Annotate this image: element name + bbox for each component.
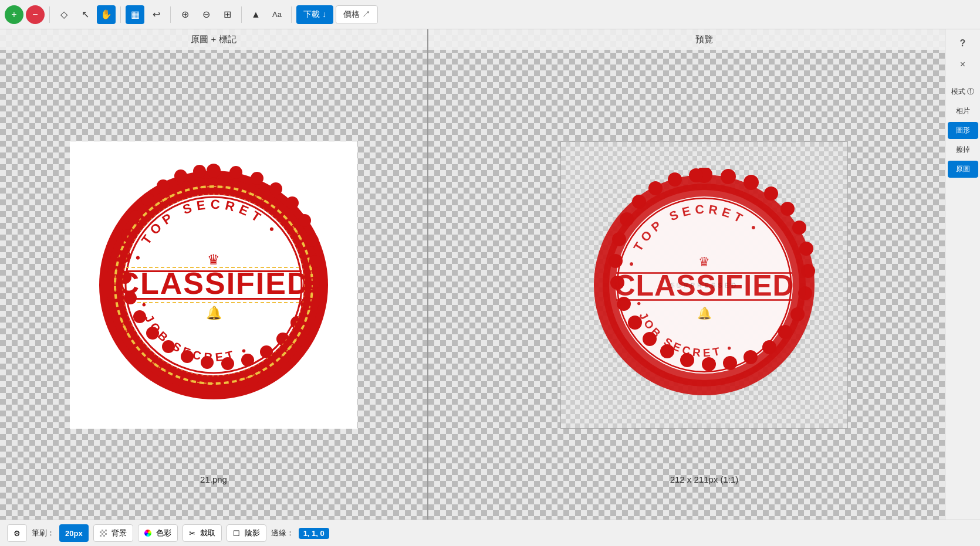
svg-point-75 bbox=[668, 172, 682, 186]
fit-button[interactable]: ⊞ bbox=[218, 5, 236, 24]
svg-point-20 bbox=[286, 196, 299, 209]
svg-point-40 bbox=[130, 210, 143, 223]
svg-point-42 bbox=[157, 179, 170, 192]
svg-point-63 bbox=[702, 357, 716, 371]
svg-point-37 bbox=[119, 271, 131, 284]
svg-point-41 bbox=[141, 193, 154, 206]
svg-point-44 bbox=[193, 165, 206, 178]
separator-5 bbox=[291, 6, 292, 23]
svg-point-52 bbox=[764, 186, 778, 201]
separator-3 bbox=[170, 6, 171, 23]
mode-button[interactable]: 模式 ① bbox=[948, 83, 978, 100]
svg-point-43 bbox=[174, 169, 187, 182]
svg-point-53 bbox=[780, 202, 795, 216]
original-button[interactable]: 原圖 bbox=[948, 161, 978, 178]
shadow-button[interactable]: ☐ 陰影 bbox=[227, 524, 266, 542]
right-image-box: SUPPRESSED bbox=[560, 141, 848, 429]
photo-button[interactable]: 相片 bbox=[948, 103, 978, 120]
svg-point-74 bbox=[648, 181, 663, 195]
clear-button[interactable]: ◇ bbox=[55, 5, 73, 24]
zoom-in-button[interactable]: ⊕ bbox=[175, 5, 194, 24]
left-filename: 21.png bbox=[0, 474, 427, 484]
undo-button[interactable]: ↩ bbox=[147, 5, 165, 24]
price-button[interactable]: 價格 ↗ bbox=[336, 5, 378, 24]
left-stamp-image: • TOP SECRET • • JOB SECRET • CLASSIFIED… bbox=[90, 162, 337, 408]
brush-size-button[interactable]: 20px bbox=[59, 524, 89, 542]
left-image-box: • TOP SECRET • • JOB SECRET • CLASSIFIED… bbox=[70, 141, 357, 429]
svg-text:SUPPRESSED: SUPPRESSED bbox=[670, 283, 739, 289]
bg-button[interactable]: 背景 bbox=[93, 524, 133, 542]
svg-point-18 bbox=[251, 172, 263, 185]
cursor-button[interactable]: ↖ bbox=[76, 5, 94, 24]
main-area: 原圖 + 標記 bbox=[0, 29, 980, 520]
color-label: 色彩 bbox=[156, 528, 171, 538]
svg-point-16 bbox=[207, 164, 221, 178]
shape-button[interactable]: 圖形 bbox=[948, 122, 978, 139]
help-button[interactable]: ? bbox=[954, 34, 972, 53]
edge-label: 邊緣： bbox=[271, 528, 294, 538]
svg-point-54 bbox=[792, 221, 806, 235]
svg-point-36 bbox=[124, 291, 137, 304]
svg-text:♛: ♛ bbox=[207, 252, 220, 267]
right-dimensions: 212 x 211px (1:1) bbox=[428, 474, 980, 484]
svg-text:🔔: 🔔 bbox=[206, 305, 222, 321]
erase-button[interactable]: 擦掉 bbox=[948, 141, 978, 158]
brush-label: 筆刷： bbox=[32, 528, 55, 538]
bg-label: 背景 bbox=[111, 528, 127, 538]
svg-point-30 bbox=[221, 357, 234, 370]
svg-text:CLASSIFIED: CLASSIFIED bbox=[117, 266, 310, 300]
svg-point-21 bbox=[298, 214, 311, 227]
window-close-button[interactable]: × bbox=[954, 55, 972, 74]
separator-4 bbox=[241, 6, 242, 23]
svg-text:♛: ♛ bbox=[698, 255, 710, 269]
svg-text:🔔: 🔔 bbox=[697, 306, 712, 320]
zoom-out-button[interactable]: ⊖ bbox=[197, 5, 215, 24]
shadow-label: 陰影 bbox=[245, 528, 260, 538]
svg-point-17 bbox=[229, 166, 242, 179]
svg-point-28 bbox=[260, 345, 273, 358]
svg-point-33 bbox=[162, 340, 175, 353]
right-panel-title: 預覽 bbox=[428, 29, 980, 50]
svg-point-34 bbox=[146, 327, 159, 340]
svg-point-24 bbox=[307, 277, 320, 290]
svg-point-19 bbox=[269, 182, 282, 195]
separator-1 bbox=[49, 6, 50, 23]
color-button[interactable]: 色彩 bbox=[138, 524, 178, 542]
bottom-bar: ⚙ 筆刷： 20px 背景 色彩 ✂ 裁取 ☐ 陰影 邊緣： 1, 1, 0 bbox=[0, 520, 980, 546]
select-button[interactable]: ▦ bbox=[126, 5, 144, 24]
svg-point-31 bbox=[201, 356, 214, 369]
toolbar: + − ◇ ↖ ✋ ▦ ↩ ⊕ ⊖ ⊞ ▲ Aa 下載 ↓ 價格 ↗ bbox=[0, 0, 980, 29]
cut-button[interactable]: ✂ 裁取 bbox=[183, 524, 222, 542]
side-panel: ? × 模式 ① 相片 圖形 擦掉 原圖 bbox=[945, 29, 980, 520]
hand-button[interactable]: ✋ bbox=[97, 5, 116, 24]
svg-point-76 bbox=[689, 168, 703, 182]
left-canvas[interactable]: • TOP SECRET • • JOB SECRET • CLASSIFIED… bbox=[0, 50, 427, 520]
svg-point-29 bbox=[241, 354, 254, 367]
svg-point-22 bbox=[306, 234, 319, 247]
svg-point-51 bbox=[744, 175, 759, 190]
right-canvas[interactable]: SUPPRESSED bbox=[428, 50, 980, 520]
left-panel-title: 原圖 + 標記 bbox=[0, 29, 427, 50]
edge-value: 1, 1, 0 bbox=[299, 528, 329, 539]
right-stamp-image: • TOP SECRET • • JOB SECRET • CLASSIFIED… bbox=[587, 168, 822, 402]
separator-2 bbox=[120, 6, 121, 23]
close-button[interactable]: − bbox=[26, 5, 45, 24]
svg-point-32 bbox=[181, 350, 194, 363]
add-button[interactable]: + bbox=[5, 5, 23, 24]
svg-point-50 bbox=[721, 169, 736, 184]
cut-label: 裁取 bbox=[200, 528, 215, 538]
download-button[interactable]: 下載 ↓ bbox=[296, 5, 333, 24]
shape-a-button[interactable]: ▲ bbox=[246, 5, 265, 24]
svg-point-35 bbox=[133, 310, 146, 323]
shape-aa-button[interactable]: Aa bbox=[268, 5, 286, 24]
right-panel: 預覽 SUPPRESSED bbox=[428, 29, 980, 520]
settings-button[interactable]: ⚙ bbox=[7, 524, 27, 542]
svg-point-55 bbox=[799, 242, 813, 256]
left-panel: 原圖 + 標記 bbox=[0, 29, 428, 520]
svg-point-26 bbox=[290, 316, 303, 329]
